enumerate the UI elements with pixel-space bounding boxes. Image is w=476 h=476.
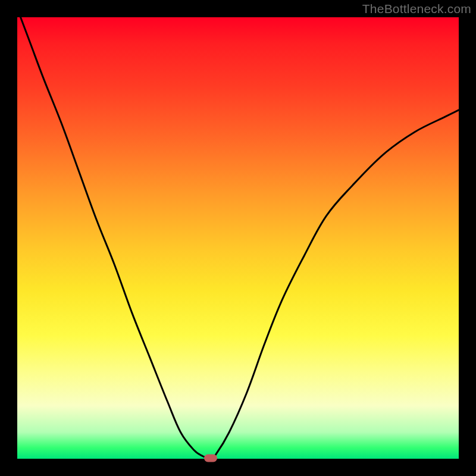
curve-layer <box>17 17 459 459</box>
chart-root: TheBottleneck.com <box>0 0 476 476</box>
plot-area <box>17 17 459 459</box>
bottleneck-curve <box>17 8 459 459</box>
minimum-marker <box>204 455 217 462</box>
watermark-text: TheBottleneck.com <box>362 2 471 16</box>
